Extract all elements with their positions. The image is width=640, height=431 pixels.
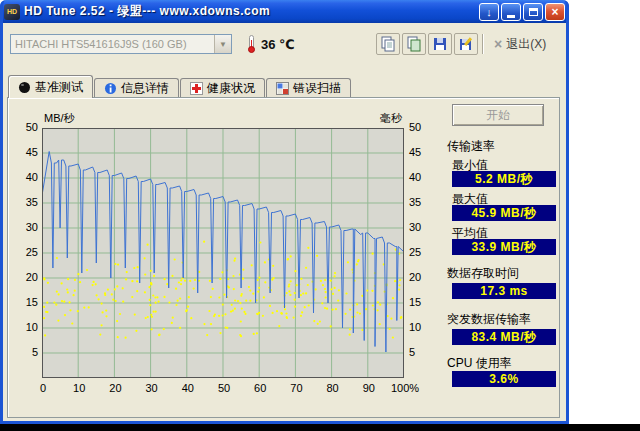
tab-label: 错误扫描 (293, 80, 341, 97)
copy-text-button[interactable] (376, 33, 400, 55)
burst-rate-value-display: 83.4 MB/秒 (452, 329, 556, 345)
close-button[interactable]: × (545, 3, 565, 21)
bottom-black-strip (0, 424, 640, 431)
tab-error-scan[interactable]: 错误扫描 (266, 78, 351, 98)
temperature-value: 36 ℃ (261, 37, 295, 52)
cpu-usage-value-display: 3.6% (452, 371, 556, 387)
combobox-dropdown-arrow-icon[interactable]: ▼ (214, 35, 231, 53)
max-value-display: 45.9 MB/秒 (452, 205, 556, 221)
app-icon: HD (4, 4, 20, 20)
download-icon: ↓ (486, 6, 492, 18)
start-button[interactable]: 开始 (452, 104, 544, 126)
transfer-rate-group-title: 传输速率 (447, 138, 495, 155)
drive-select-combobox[interactable]: HITACHI HTS541616J9S (160 GB) ▼ (10, 34, 232, 54)
exit-label: 退出(X) (506, 36, 546, 53)
tab-label: 健康状况 (207, 80, 255, 97)
tab-label: 信息详情 (121, 80, 169, 97)
access-time-label: 数据存取时间 (447, 265, 519, 282)
close-icon: × (551, 5, 558, 19)
window-title: HD Tune 2.52 - 绿盟--- www.xdowns.com (24, 3, 270, 20)
save-button[interactable] (428, 33, 452, 55)
thermometer-icon (247, 35, 256, 53)
exit-button[interactable]: × 退出(X) (490, 33, 550, 55)
benchmark-ball-icon (18, 81, 31, 94)
toolbar-separator (482, 34, 484, 54)
start-button-label: 开始 (486, 107, 510, 124)
copy-pages-icon (380, 36, 396, 52)
min-value-display: 5.2 MB/秒 (452, 171, 556, 187)
minimize-icon (507, 15, 515, 18)
save-report-icon (458, 36, 474, 52)
cpu-usage-label: CPU 使用率 (447, 355, 512, 372)
hdtune-window: HD HD Tune 2.52 - 绿盟--- www.xdowns.com ↓… (0, 0, 569, 424)
health-cross-icon (190, 82, 203, 95)
tab-label: 基准测试 (35, 79, 83, 96)
maximize-button[interactable] (523, 3, 543, 21)
download-button[interactable]: ↓ (479, 3, 499, 21)
info-icon (104, 82, 117, 95)
avg-value-display: 33.9 MB/秒 (452, 239, 556, 255)
titlebar[interactable]: HD HD Tune 2.52 - 绿盟--- www.xdowns.com ↓… (0, 0, 569, 23)
tab-health[interactable]: 健康状况 (180, 78, 265, 98)
exit-x-icon: × (494, 36, 502, 52)
tab-info[interactable]: 信息详情 (94, 78, 179, 98)
minimize-button[interactable] (501, 3, 521, 21)
copy-image-button[interactable] (402, 33, 426, 55)
window-controls: ↓ × (479, 3, 565, 21)
drive-select-value: HITACHI HTS541616J9S (160 GB) (11, 38, 214, 50)
copy-image-icon (406, 36, 422, 52)
save-report-button[interactable] (454, 33, 478, 55)
save-floppy-icon (432, 36, 448, 52)
access-time-value-display: 17.3 ms (452, 283, 556, 299)
screenshot-root: HD HD Tune 2.52 - 绿盟--- www.xdowns.com ↓… (0, 0, 640, 431)
maximize-icon (529, 8, 538, 16)
tab-benchmark[interactable]: 基准测试 (8, 75, 93, 98)
error-scan-grid-icon (276, 82, 289, 95)
tab-strip: 基准测试 信息详情 健康状况 (8, 75, 352, 98)
burst-rate-label: 突发数据传输率 (447, 311, 531, 328)
